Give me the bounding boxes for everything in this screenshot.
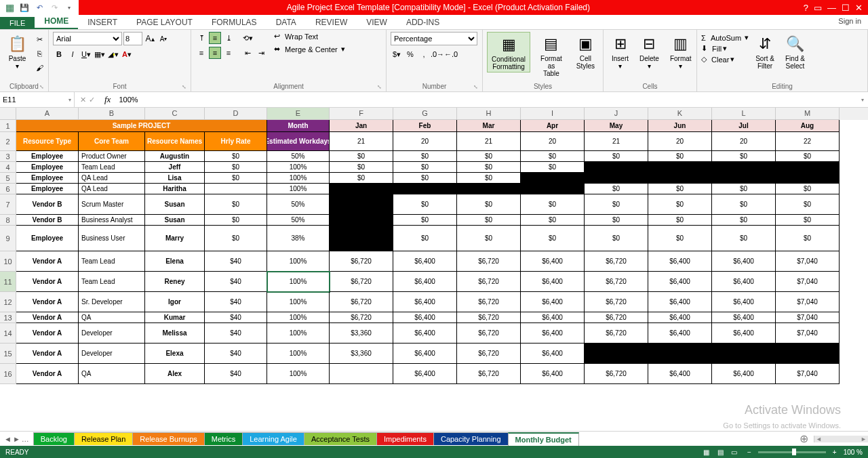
cell[interactable]: Developer <box>79 344 145 364</box>
italic-button[interactable]: I <box>66 48 79 60</box>
zoom-in-icon[interactable]: + <box>833 449 837 456</box>
cell[interactable]: $0 <box>393 162 457 173</box>
cell[interactable]: Kumar <box>145 312 205 323</box>
row-header[interactable]: 9 <box>0 226 16 251</box>
cell[interactable]: $0 <box>776 184 840 194</box>
cell[interactable]: $0 <box>205 173 267 184</box>
cell[interactable]: Sample PROJECT <box>16 120 267 132</box>
cell[interactable]: $0 <box>521 162 585 173</box>
cell[interactable]: $0 <box>585 194 648 215</box>
font-size-combo[interactable] <box>123 32 142 45</box>
sheet-tab[interactable]: Release Burnups <box>132 432 204 445</box>
cell[interactable]: QA <box>79 312 145 323</box>
cell[interactable]: 100% <box>267 323 330 344</box>
cell[interactable]: QA <box>79 364 145 384</box>
align-left-icon[interactable]: ≡ <box>195 47 208 59</box>
cell[interactable]: Elena <box>145 251 205 272</box>
cell[interactable]: $40 <box>205 312 267 323</box>
cell[interactable]: Susan <box>145 194 205 215</box>
cell[interactable]: 100% <box>267 312 330 323</box>
save-icon[interactable]: 💾 <box>18 1 31 14</box>
wrap-text-button[interactable]: ↩ Wrap Text <box>274 32 345 41</box>
row-header[interactable]: 15 <box>0 344 16 364</box>
cell[interactable]: Jul <box>712 120 776 132</box>
sheet-tab[interactable]: Learning Agile <box>242 432 304 445</box>
row-header[interactable]: 5 <box>0 173 16 184</box>
cell[interactable]: $0 <box>712 215 776 226</box>
cell[interactable]: $6,400 <box>521 272 585 292</box>
format-cells-button[interactable]: ▥Format▾ <box>666 32 696 71</box>
cell[interactable]: Haritha <box>145 184 205 194</box>
qat-dropdown-icon[interactable]: ▾ <box>62 1 76 14</box>
cell[interactable]: $6,720 <box>457 364 521 384</box>
cell[interactable]: $0 <box>393 226 457 251</box>
tab-formulas[interactable]: FORMULAS <box>202 16 267 29</box>
cell[interactable]: $6,720 <box>457 251 521 272</box>
align-middle-icon[interactable]: ≡ <box>209 32 221 44</box>
cell[interactable]: Aug <box>776 120 840 132</box>
cell[interactable]: 50% <box>267 194 330 215</box>
cell[interactable]: $6,720 <box>330 312 393 323</box>
find-select-button[interactable]: 🔍Find & Select <box>781 32 809 71</box>
horizontal-scrollbar[interactable]: ◄► <box>814 436 868 442</box>
percent-format-icon[interactable]: % <box>404 48 416 60</box>
cell[interactable] <box>648 162 712 173</box>
font-name-combo[interactable]: Arial <box>53 32 122 45</box>
cell[interactable]: $6,400 <box>712 312 776 323</box>
col-header-B[interactable]: B <box>79 108 145 120</box>
col-header-I[interactable]: I <box>521 108 585 120</box>
cell[interactable]: Business Analyst <box>79 215 145 226</box>
row-header[interactable]: 14 <box>0 323 16 344</box>
cell[interactable]: Sr. Developer <box>79 292 145 312</box>
cell[interactable]: $0 <box>585 215 648 226</box>
decrease-indent-icon[interactable]: ⇤ <box>241 47 254 59</box>
shrink-font-icon[interactable]: A▾ <box>157 33 170 45</box>
sheet-tab[interactable]: Metrics <box>204 432 243 445</box>
number-launcher-icon[interactable]: ⤡ <box>473 84 478 90</box>
row-header[interactable]: 16 <box>0 364 16 384</box>
cell[interactable]: Vendor A <box>16 292 79 312</box>
cell[interactable] <box>776 173 840 184</box>
cell[interactable]: $0 <box>393 151 457 162</box>
cell[interactable]: Lisa <box>145 173 205 184</box>
cell[interactable] <box>205 184 267 194</box>
cell[interactable]: Resource Names <box>145 132 205 151</box>
cell[interactable]: $0 <box>521 194 585 215</box>
tab-nav-more-icon[interactable]: … <box>22 435 29 443</box>
cell[interactable]: $0 <box>648 151 712 162</box>
cell[interactable] <box>585 344 648 364</box>
insert-cells-button[interactable]: ⊞Insert▾ <box>608 32 633 71</box>
cell[interactable]: Estimated Workdays <box>267 132 330 151</box>
cell[interactable]: $0 <box>205 162 267 173</box>
cell[interactable]: $6,400 <box>393 251 457 272</box>
cell[interactable]: $0 <box>648 184 712 194</box>
cell[interactable]: Core Team <box>79 132 145 151</box>
cell[interactable] <box>585 162 648 173</box>
clipboard-launcher-icon[interactable]: ⤡ <box>39 84 44 90</box>
zoom-level[interactable]: 100 % <box>844 449 863 456</box>
cell[interactable] <box>712 173 776 184</box>
enter-formula-icon[interactable]: ✓ <box>89 96 95 104</box>
cell[interactable]: 21 <box>457 132 521 151</box>
row-header[interactable]: 1 <box>0 120 16 132</box>
cell[interactable]: $6,720 <box>457 272 521 292</box>
cell[interactable]: Employee <box>16 162 79 173</box>
cell[interactable]: $0 <box>205 194 267 215</box>
cell[interactable]: $6,400 <box>648 251 712 272</box>
col-header-D[interactable]: D <box>205 108 267 120</box>
close-icon[interactable]: ✕ <box>855 3 863 13</box>
page-layout-view-icon[interactable]: ▤ <box>714 449 726 456</box>
cell[interactable]: 22 <box>776 132 840 151</box>
cell[interactable]: $6,720 <box>330 272 393 292</box>
cell[interactable]: Mar <box>457 120 521 132</box>
format-painter-icon[interactable]: 🖌 <box>33 62 45 74</box>
fill-color-button[interactable]: ◢▾ <box>107 48 119 60</box>
cell[interactable]: $0 <box>712 151 776 162</box>
cell[interactable]: 100% <box>267 173 330 184</box>
worksheet-grid[interactable]: ABCDEFGHIJKLM 1Sample PROJECTMonthJanFeb… <box>0 108 868 431</box>
scroll-right-icon[interactable]: ► <box>861 436 867 442</box>
cell[interactable]: Month <box>267 120 330 132</box>
cell[interactable]: $6,400 <box>393 364 457 384</box>
cell[interactable]: Jan <box>330 120 393 132</box>
cell[interactable]: $0 <box>521 226 585 251</box>
